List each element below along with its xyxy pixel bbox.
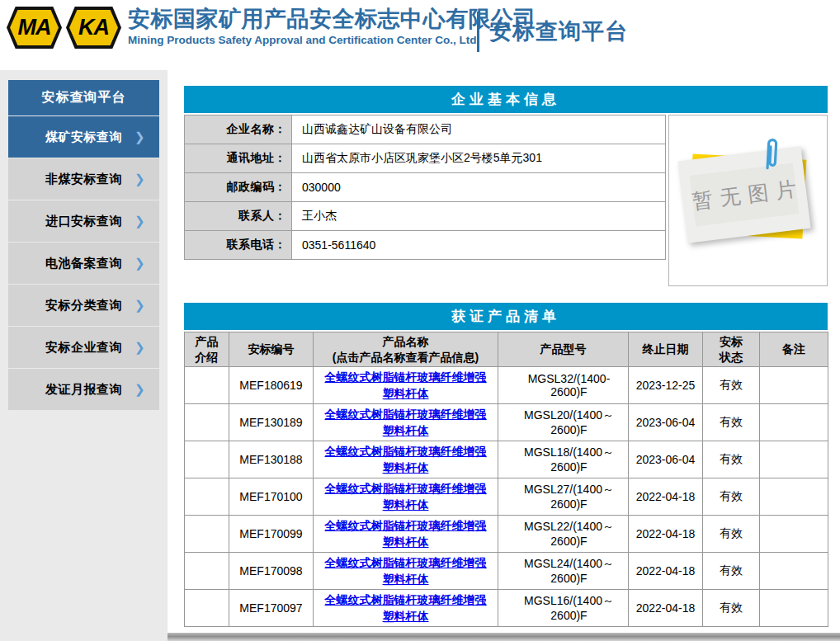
product-name-link[interactable]: 全螺纹式树脂锚杆玻璃纤维增强塑料杆体	[325, 482, 487, 511]
sidebar-item-classification-query[interactable]: 安标分类查询 ❯	[8, 285, 159, 326]
cell-intro	[185, 441, 229, 478]
header-titles: 安标国家矿用产品安全标志中心有限公司 Mining Products Safet…	[128, 6, 536, 46]
cell-name: 全螺纹式树脂锚杆玻璃纤维增强塑料杆体	[314, 590, 498, 627]
info-value: 0351-5611640	[292, 231, 666, 260]
cell-intro	[185, 404, 229, 441]
col-header-code: 安标编号	[229, 332, 314, 367]
cell-note	[760, 404, 828, 441]
cell-name: 全螺纹式树脂锚杆玻璃纤维增强塑料杆体	[314, 516, 498, 553]
chevron-right-icon: ❯	[134, 172, 145, 186]
bottom-scrollbar[interactable]	[168, 633, 840, 641]
col-header-intro: 产品 介绍	[185, 332, 229, 367]
cell-code: MEF170098	[229, 553, 314, 590]
no-image-placeholder: 暂无图片	[686, 150, 811, 243]
cell-note	[760, 590, 828, 627]
company-info-section: 企业名称： 山西诚鑫达矿山设备有限公司 通讯地址： 山西省太原市小店区巩家堡小区…	[184, 115, 828, 286]
sidebar-item-coal-mine-query[interactable]: 煤矿安标查询 ❯	[8, 116, 159, 158]
col-header-model: 产品型号	[498, 332, 629, 367]
chevron-right-icon: ❯	[134, 130, 145, 144]
cell-status: 有效	[703, 441, 760, 478]
sidebar-item-label: 安标企业查询	[45, 340, 122, 356]
logo-hex-ma-icon: MA	[7, 7, 62, 49]
platform-title: 安标查询平台	[489, 16, 628, 46]
info-value: 山西诚鑫达矿山设备有限公司	[292, 115, 666, 144]
table-row: MEF170098 全螺纹式树脂锚杆玻璃纤维增强塑料杆体 MGSL24/(140…	[185, 553, 828, 590]
chevron-right-icon: ❯	[134, 340, 145, 355]
info-label: 联系电话：	[185, 231, 292, 260]
no-image-text: 暂无图片	[683, 174, 805, 215]
cell-name: 全螺纹式树脂锚杆玻璃纤维增强塑料杆体	[314, 553, 498, 590]
cell-note	[760, 553, 828, 590]
company-name-en: Mining Products Safety Approval and Cert…	[128, 34, 536, 46]
product-name-link[interactable]: 全螺纹式树脂锚杆玻璃纤维增强塑料杆体	[325, 519, 487, 549]
cell-model: MGSL22/(1400～2600)F	[498, 516, 629, 553]
table-row: MEF170100 全螺纹式树脂锚杆玻璃纤维增强塑料杆体 MGSL27/(140…	[185, 478, 828, 516]
chevron-right-icon: ❯	[134, 214, 145, 229]
logo-ma-text: MA	[10, 10, 59, 45]
table-row: MEF180619 全螺纹式树脂锚杆玻璃纤维增强塑料杆体 MGSL32/(140…	[185, 367, 828, 404]
site-header: MA KA 安标国家矿用产品安全标志中心有限公司 Mining Products…	[0, 0, 840, 70]
product-table: 产品 介绍 安标编号 产品名称 (点击产品名称查看产品信息) 产品型号 终止日期…	[184, 332, 828, 627]
cell-status: 有效	[703, 478, 760, 516]
cell-intro	[185, 516, 229, 553]
cell-code: MEF170099	[229, 516, 314, 553]
sidebar-item-enterprise-query[interactable]: 安标企业查询 ❯	[8, 327, 159, 368]
cell-model: MGSL16/(1400～2600)F	[498, 590, 629, 627]
cell-note	[760, 441, 828, 478]
col-header-status: 安标 状态	[703, 332, 760, 367]
sidebar-item-battery-record-query[interactable]: 电池备案查询 ❯	[8, 243, 159, 284]
product-name-link[interactable]: 全螺纹式树脂锚杆玻璃纤维增强塑料杆体	[325, 593, 487, 623]
cell-end-date: 2022-04-18	[629, 516, 703, 553]
table-row: 企业名称： 山西诚鑫达矿山设备有限公司	[185, 115, 666, 144]
cell-status: 有效	[703, 590, 760, 627]
cell-code: MEF170100	[229, 478, 314, 516]
cell-code: MEF170097	[229, 590, 314, 627]
cell-code: MEF130188	[229, 441, 314, 478]
cell-name: 全螺纹式树脂锚杆玻璃纤维增强塑料杆体	[314, 478, 498, 516]
company-name-cn: 安标国家矿用产品安全标志中心有限公司	[128, 6, 536, 32]
cell-code: MEF180619	[229, 367, 314, 404]
placeholder-photo-card: 暂无图片	[677, 146, 810, 243]
sidebar-item-label: 进口安标查询	[45, 214, 122, 229]
chevron-right-icon: ❯	[134, 256, 145, 271]
product-name-link[interactable]: 全螺纹式树脂锚杆玻璃纤维增强塑料杆体	[325, 556, 487, 586]
table-row: 通讯地址： 山西省太原市小店区巩家堡小区2号楼5单元301	[185, 144, 666, 173]
cell-end-date: 2022-04-18	[629, 590, 703, 627]
table-row: 联系人： 王小杰	[185, 202, 666, 231]
company-photo-box: 暂无图片	[668, 115, 828, 286]
cell-status: 有效	[703, 367, 760, 404]
product-list-title: 获证产品清单	[184, 303, 828, 330]
info-label: 联系人：	[185, 202, 292, 231]
sidebar-item-label: 非煤安标查询	[45, 172, 122, 187]
cell-note	[760, 367, 828, 404]
sidebar-item-label: 电池备案查询	[45, 256, 122, 271]
product-name-link[interactable]: 全螺纹式树脂锚杆玻璃纤维增强塑料杆体	[325, 408, 487, 437]
table-row: MEF130188 全螺纹式树脂锚杆玻璃纤维增强塑料杆体 MGSL18/(140…	[185, 441, 828, 478]
table-row: MEF170099 全螺纹式树脂锚杆玻璃纤维增强塑料杆体 MGSL22/(140…	[185, 516, 828, 553]
info-value: 030000	[292, 173, 666, 202]
product-list-section: 获证产品清单 产品 介绍 安标编号 产品名称 (点击产品名称查看产品信息) 产品…	[184, 303, 828, 627]
cell-end-date: 2023-06-04	[629, 404, 703, 441]
placeholder-inner: 暂无图片	[690, 163, 800, 227]
cell-model: MGSL24/(1400～2600)F	[498, 553, 629, 590]
sidebar-item-monthly-report-query[interactable]: 发证月报查询 ❯	[8, 369, 159, 410]
col-header-name: 产品名称 (点击产品名称查看产品信息)	[314, 332, 498, 367]
cell-model: MGSL18/(1400～2600)F	[498, 441, 629, 478]
sidebar-title: 安标查询平台	[8, 80, 159, 115]
company-info-table: 企业名称： 山西诚鑫达矿山设备有限公司 通讯地址： 山西省太原市小店区巩家堡小区…	[184, 115, 666, 260]
cell-note	[760, 516, 828, 553]
sidebar-item-non-coal-query[interactable]: 非煤安标查询 ❯	[8, 158, 159, 200]
logo-ka-text: KA	[69, 10, 118, 45]
cell-status: 有效	[703, 404, 760, 441]
logo-hex-ka-icon: KA	[66, 7, 121, 49]
sidebar-item-label: 安标分类查询	[45, 298, 122, 313]
product-name-link[interactable]: 全螺纹式树脂锚杆玻璃纤维增强塑料杆体	[325, 370, 487, 400]
cell-model: MGSL27/(1400～2600)F	[498, 478, 629, 516]
cell-name: 全螺纹式树脂锚杆玻璃纤维增强塑料杆体	[314, 367, 498, 404]
cell-intro	[185, 590, 229, 627]
cell-end-date: 2022-04-18	[629, 478, 703, 516]
cell-end-date: 2023-06-04	[629, 441, 703, 478]
info-label: 通讯地址：	[185, 144, 292, 173]
product-name-link[interactable]: 全螺纹式树脂锚杆玻璃纤维增强塑料杆体	[325, 445, 487, 474]
sidebar-item-import-query[interactable]: 进口安标查询 ❯	[8, 200, 159, 242]
